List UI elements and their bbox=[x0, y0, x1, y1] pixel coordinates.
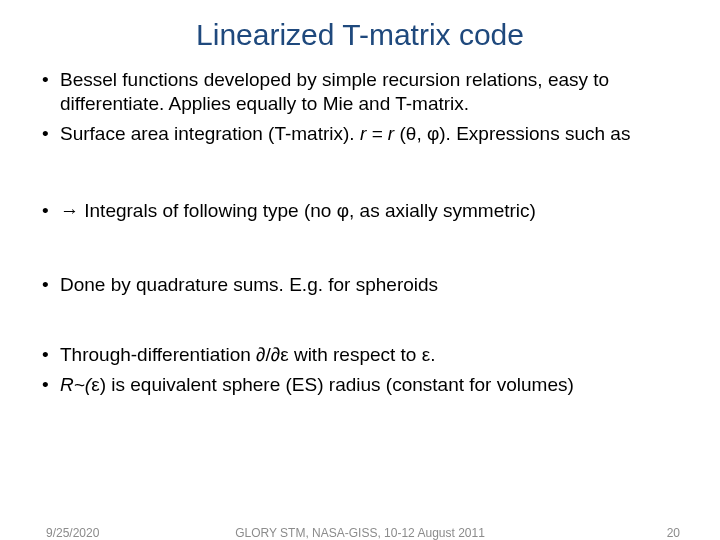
bullet-5-eps: ε. bbox=[422, 344, 436, 365]
bullet-list-3: Done by quadrature sums. E.g. for sphero… bbox=[40, 273, 680, 297]
bullet-list-4: Through-differentiation ∂/∂ε with respec… bbox=[40, 343, 680, 397]
bullet-5: Through-differentiation ∂/∂ε with respec… bbox=[40, 343, 680, 367]
bullet-3: → Integrals of following type (no φ, as … bbox=[40, 199, 680, 223]
bullet-2-r: r = r bbox=[360, 123, 400, 144]
bullet-5-pre: Through-differentiation bbox=[60, 344, 256, 365]
footer-page-number: 20 bbox=[667, 526, 680, 540]
bullet-3-post: , as axially symmetric) bbox=[349, 200, 536, 221]
bullet-3-phi: φ bbox=[337, 200, 349, 221]
bullet-4: Done by quadrature sums. E.g. for sphero… bbox=[40, 273, 680, 297]
bullet-2-paren: (θ, φ). bbox=[399, 123, 456, 144]
bullet-6-eps: ε bbox=[91, 374, 99, 395]
bullet-3-pre: → Integrals of following type (no bbox=[60, 200, 337, 221]
bullet-6: R~(ε) is equivalent sphere (ES) radius (… bbox=[40, 373, 680, 397]
bullet-list-2: → Integrals of following type (no φ, as … bbox=[40, 199, 680, 223]
equation-2 bbox=[40, 229, 680, 273]
equation-3 bbox=[40, 303, 680, 343]
bullet-6-post: ) is equivalent sphere (ES) radius (cons… bbox=[100, 374, 574, 395]
bullet-6-pre: R~( bbox=[60, 374, 91, 395]
bullet-2: Surface area integration (T-matrix). r =… bbox=[40, 122, 680, 146]
bullet-1: Bessel functions developed by simple rec… bbox=[40, 68, 680, 116]
bullet-list: Bessel functions developed by simple rec… bbox=[40, 68, 680, 145]
bullet-5-mid2: with respect to bbox=[289, 344, 422, 365]
slide-title: Linearized T-matrix code bbox=[40, 18, 680, 52]
bullet-2-text-b: Expressions such as bbox=[456, 123, 630, 144]
footer-center: GLORY STM, NASA-GISS, 10-12 August 2011 bbox=[0, 526, 720, 540]
bullet-2-text-a: Surface area integration (T-matrix). bbox=[60, 123, 360, 144]
bullet-5-mid: ∂/∂ε bbox=[256, 344, 289, 365]
equation-1 bbox=[40, 151, 680, 199]
